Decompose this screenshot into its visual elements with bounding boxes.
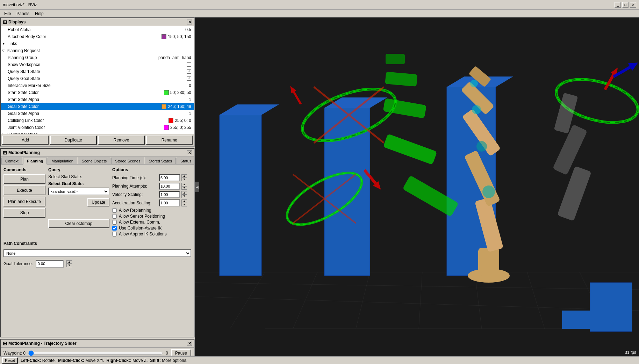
joint-violation-color-swatch[interactable] xyxy=(164,125,169,130)
rename-display-button[interactable]: Rename xyxy=(146,136,193,145)
query-section: Query Select Start State: Select Goal St… xyxy=(48,167,109,238)
planning-attempts-down[interactable]: ▼ xyxy=(181,186,187,190)
menu-file[interactable]: File xyxy=(1,10,14,17)
status-help-text: Left-Click: Rotate. Middle-Click: Move X… xyxy=(21,358,187,363)
pause-button[interactable]: Pause xyxy=(171,349,191,356)
viewport-3d[interactable]: ◀ 31 fps xyxy=(195,17,639,356)
path-constraints-select[interactable]: None xyxy=(3,249,191,257)
plan-and-execute-button[interactable]: Plan and Execute xyxy=(3,197,45,206)
menu-panels[interactable]: Panels xyxy=(14,10,32,17)
planning-time-down[interactable]: ▼ xyxy=(181,178,187,181)
acceleration-scaling-row: Acceleration Scaling: ▲ ▼ xyxy=(112,199,191,206)
trajectory-slider-title: MotionPlanning - Trajectory Slider xyxy=(8,341,77,346)
acceleration-scaling-input[interactable] xyxy=(159,199,180,206)
minimize-button[interactable]: _ xyxy=(615,2,621,8)
commands-section: Commands Plan Execute Plan and Execute S… xyxy=(3,167,45,238)
options-section: Options Planning Time (s): ▲ ▼ Planning … xyxy=(112,167,191,238)
viewport-collapse-arrow[interactable]: ◀ xyxy=(195,182,199,192)
tab-manipulation[interactable]: Manipulation xyxy=(48,158,77,164)
colliding-link-color-swatch[interactable] xyxy=(168,118,173,123)
title-bar: moveit.rviz* - RViz _ □ ✕ xyxy=(0,0,639,10)
tab-context[interactable]: Context xyxy=(1,158,22,164)
query-start-state-checkbox[interactable]: ✓ xyxy=(187,69,191,74)
reset-button[interactable]: Reset xyxy=(2,357,18,364)
main-content: ⊞ Displays ✕ Robot Alpha 0.5 Attached Bo… xyxy=(0,17,639,356)
path-constraints-section: Path Constraints None Goal Tolerance: ▲ … xyxy=(3,241,191,268)
tab-status[interactable]: Status xyxy=(177,158,195,164)
remove-display-button[interactable]: Remove xyxy=(98,136,145,145)
stop-button[interactable]: Stop xyxy=(3,208,45,218)
display-row-links[interactable]: ▼ Links xyxy=(1,40,194,47)
tab-planning[interactable]: Planning xyxy=(23,158,47,165)
planning-time-input[interactable] xyxy=(159,174,180,181)
duplicate-display-button[interactable]: Duplicate xyxy=(50,136,96,145)
svg-rect-21 xyxy=(478,248,499,276)
planning-time-up[interactable]: ▲ xyxy=(181,174,187,178)
execute-button[interactable]: Execute xyxy=(3,185,45,195)
velocity-scaling-up[interactable]: ▲ xyxy=(181,191,187,195)
attached-body-color-swatch[interactable] xyxy=(161,34,166,39)
display-row-query-start-state[interactable]: Query Start State ✓ xyxy=(1,68,194,75)
planning-attempts-input[interactable] xyxy=(159,183,180,190)
velocity-scaling-input[interactable] xyxy=(159,191,180,198)
display-row-planning-group[interactable]: Planning Group panda_arm_hand xyxy=(1,54,194,61)
display-row-interactive-marker-size[interactable]: Interactive Marker Size 0 xyxy=(1,82,194,89)
display-row-goal-state-color[interactable]: Goal State Color 246; 160; 49 xyxy=(1,103,194,110)
allow-replanning-checkbox[interactable] xyxy=(112,208,117,213)
allow-sensor-positioning-row: Allow Sensor Positioning xyxy=(112,214,191,219)
goal-tolerance-row: Goal Tolerance: ▲ ▼ xyxy=(3,260,191,268)
use-collision-aware-ik-label: Use Collision-Aware IK xyxy=(119,226,162,231)
display-row-joint-violation-color[interactable]: Joint Violation Color 255; 0; 255 xyxy=(1,124,194,131)
tab-stored-scenes[interactable]: Stored Scenes xyxy=(111,158,144,164)
allow-external-comm-checkbox[interactable] xyxy=(112,220,117,225)
path-constraints-title: Path Constraints xyxy=(3,241,191,246)
display-row-start-state-alpha[interactable]: Start State Alpha 1 xyxy=(1,96,194,103)
waypoint-total: 0 xyxy=(166,351,168,356)
goal-tolerance-up[interactable]: ▲ xyxy=(66,260,72,264)
acceleration-scaling-down[interactable]: ▼ xyxy=(181,203,187,206)
tab-scene-objects[interactable]: Scene Objects xyxy=(78,158,111,164)
velocity-scaling-down[interactable]: ▼ xyxy=(181,195,187,198)
svg-rect-19 xyxy=(562,311,594,329)
clear-octomap-button[interactable]: Clear octomap xyxy=(48,219,109,228)
update-button[interactable]: Update xyxy=(87,198,109,206)
fps-counter: 31 fps xyxy=(625,350,636,355)
planning-request-expand-arrow: ▽ xyxy=(2,49,5,52)
display-row-show-workspace[interactable]: Show Workspace xyxy=(1,61,194,68)
display-row-robot-alpha[interactable]: Robot Alpha 0.5 xyxy=(1,26,194,33)
query-goal-state-checkbox[interactable]: ✓ xyxy=(187,76,191,81)
motion-planning-close-button[interactable]: ✕ xyxy=(187,150,192,155)
plan-button[interactable]: Plan xyxy=(3,174,45,184)
goal-state-select[interactable]: <random valid> xyxy=(48,188,109,195)
start-state-label: Select Start State: xyxy=(48,174,109,179)
display-row-planning-request[interactable]: ▽ Planning Request xyxy=(1,47,194,54)
maximize-button[interactable]: □ xyxy=(622,2,629,8)
goal-tolerance-down[interactable]: ▼ xyxy=(66,264,72,267)
tab-stored-states[interactable]: Stored States xyxy=(145,158,176,164)
add-display-button[interactable]: Add xyxy=(2,136,49,145)
allow-sensor-positioning-checkbox[interactable] xyxy=(112,214,117,219)
left-panel: ⊞ Displays ✕ Robot Alpha 0.5 Attached Bo… xyxy=(0,17,195,356)
velocity-scaling-row: Velocity Scaling: ▲ ▼ xyxy=(112,191,191,198)
display-row-goal-state-alpha[interactable]: Goal State Alpha 1 xyxy=(1,110,194,117)
goal-tolerance-input[interactable] xyxy=(36,260,64,268)
trajectory-slider-input[interactable] xyxy=(28,350,163,356)
display-row-planning-metrics[interactable]: ▷ Planning Metrics xyxy=(1,131,194,134)
acceleration-scaling-up[interactable]: ▲ xyxy=(181,199,187,203)
menu-help[interactable]: Help xyxy=(32,10,46,17)
robot-scene-svg xyxy=(195,17,639,356)
planning-attempts-up[interactable]: ▲ xyxy=(181,183,187,186)
use-collision-aware-ik-checkbox[interactable] xyxy=(112,226,117,231)
trajectory-slider-close-button[interactable]: ✕ xyxy=(187,341,192,346)
display-row-attached-body-color[interactable]: Attached Body Color 150; 50; 150 xyxy=(1,33,194,40)
display-row-query-goal-state[interactable]: Query Goal State ✓ xyxy=(1,75,194,82)
start-state-color-swatch[interactable] xyxy=(164,90,169,95)
goal-state-color-swatch[interactable] xyxy=(161,104,166,109)
close-button[interactable]: ✕ xyxy=(630,2,636,8)
allow-approx-ik-checkbox[interactable] xyxy=(112,232,117,236)
displays-close-button[interactable]: ✕ xyxy=(187,20,192,24)
show-workspace-checkbox[interactable] xyxy=(187,62,191,67)
allow-approx-ik-row: Allow Approx IK Solutions xyxy=(112,232,191,236)
display-row-colliding-link-color[interactable]: Colliding Link Color 255; 0; 0 xyxy=(1,117,194,124)
display-row-start-state-color[interactable]: Start State Color 50; 230; 50 xyxy=(1,89,194,96)
